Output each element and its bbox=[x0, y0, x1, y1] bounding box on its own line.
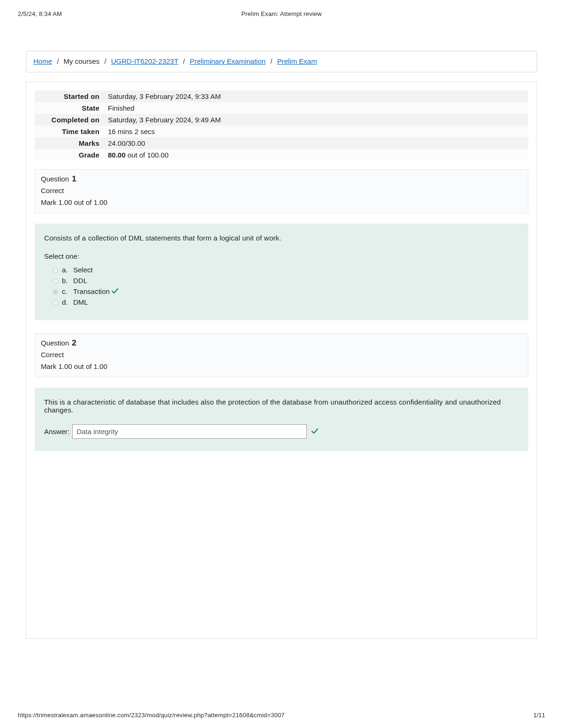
answer-row: Answer: bbox=[44, 424, 519, 439]
breadcrumb-sep: / bbox=[54, 57, 61, 65]
breadcrumb-item[interactable]: Prelim Exam bbox=[277, 57, 317, 65]
option-c-letter: c. bbox=[59, 287, 70, 295]
state-label: State bbox=[35, 102, 104, 114]
breadcrumb-sep: / bbox=[101, 57, 109, 65]
option-b-letter: b. bbox=[59, 277, 70, 285]
question-prompt: Consists of a collection of DML statemen… bbox=[44, 234, 519, 242]
print-url: https://trimestralexam.amaesonline.com/2… bbox=[18, 712, 285, 719]
breadcrumb-my-courses: My courses bbox=[64, 57, 100, 65]
marks-value: 24.00/30.00 bbox=[104, 137, 528, 149]
answer-input[interactable] bbox=[72, 424, 307, 439]
table-row: State Finished bbox=[35, 102, 528, 114]
question-word: Question bbox=[41, 339, 69, 347]
question-2-body: This is a characteristic of database tha… bbox=[35, 388, 528, 451]
state-value: Finished bbox=[104, 102, 528, 114]
option-c: c. Transaction bbox=[44, 286, 519, 297]
started-on-label: Started on bbox=[35, 90, 104, 102]
time-taken-value: 16 mins 2 secs bbox=[104, 126, 528, 137]
question-mark: Mark 1.00 out of 1.00 bbox=[41, 198, 522, 206]
option-b-text: DDL bbox=[70, 277, 87, 285]
option-b-radio[interactable] bbox=[53, 278, 58, 284]
question-word: Question bbox=[41, 175, 69, 183]
check-icon bbox=[312, 428, 318, 435]
question-state: Correct bbox=[41, 351, 522, 359]
question-1-info: Question 1 Correct Mark 1.00 out of 1.00 bbox=[35, 169, 528, 213]
grade-value: 80.00 out of 100.00 bbox=[104, 149, 528, 161]
table-row: Marks 24.00/30.00 bbox=[35, 137, 528, 149]
option-d-letter: d. bbox=[59, 298, 70, 306]
print-footer: https://trimestralexam.amaesonline.com/2… bbox=[18, 712, 545, 719]
started-on-value: Saturday, 3 February 2024, 9:33 AM bbox=[104, 90, 528, 102]
table-row: Completed on Saturday, 3 February 2024, … bbox=[35, 114, 528, 126]
completed-on-value: Saturday, 3 February 2024, 9:49 AM bbox=[104, 114, 528, 126]
option-d: d. DML bbox=[44, 297, 519, 308]
select-one-label: Select one: bbox=[44, 252, 519, 260]
table-row: Grade 80.00 out of 100.00 bbox=[35, 149, 528, 161]
option-b: b. DDL bbox=[44, 276, 519, 286]
attempt-summary: Started on Saturday, 3 February 2024, 9:… bbox=[35, 90, 528, 161]
breadcrumb-home[interactable]: Home bbox=[33, 57, 52, 65]
breadcrumb-sep: / bbox=[180, 57, 188, 65]
table-row: Started on Saturday, 3 February 2024, 9:… bbox=[35, 90, 528, 102]
print-page: 1/11 bbox=[533, 712, 545, 719]
page: 2/5/24, 8:34 AM Prelim Exam: Attempt rev… bbox=[0, 0, 563, 728]
question-number: 1 bbox=[72, 174, 76, 183]
option-a-letter: a. bbox=[59, 266, 70, 274]
question-mark: Mark 1.00 out of 1.00 bbox=[41, 362, 522, 370]
option-d-radio[interactable] bbox=[53, 300, 58, 306]
question-1-body: Consists of a collection of DML statemen… bbox=[35, 224, 528, 320]
question-state: Correct bbox=[41, 187, 522, 195]
grade-label: Grade bbox=[35, 149, 104, 161]
print-title: Prelim Exam: Attempt review bbox=[0, 10, 563, 17]
question-label: Question 1 bbox=[41, 174, 522, 184]
breadcrumb: Home / My courses / UGRD-IT6202-2323T / … bbox=[27, 52, 536, 72]
grade-bold: 80.00 bbox=[108, 151, 126, 159]
time-taken-label: Time taken bbox=[35, 126, 104, 137]
table-row: Time taken 16 mins 2 secs bbox=[35, 126, 528, 137]
question-number: 2 bbox=[72, 338, 76, 347]
check-icon bbox=[112, 287, 118, 295]
breadcrumb-sep: / bbox=[267, 57, 275, 65]
option-c-text: Transaction bbox=[70, 287, 110, 295]
print-header: 2/5/24, 8:34 AM Prelim Exam: Attempt rev… bbox=[0, 10, 563, 17]
question-2-info: Question 2 Correct Mark 1.00 out of 1.00 bbox=[35, 333, 528, 377]
marks-label: Marks bbox=[35, 137, 104, 149]
option-c-radio[interactable] bbox=[53, 289, 58, 295]
breadcrumb-course[interactable]: UGRD-IT6202-2323T bbox=[111, 57, 178, 65]
question-label: Question 2 bbox=[41, 338, 522, 348]
breadcrumb-card: Home / My courses / UGRD-IT6202-2323T / … bbox=[26, 51, 537, 73]
breadcrumb-section[interactable]: Preliminary Examination bbox=[190, 57, 266, 65]
answer-label: Answer: bbox=[44, 428, 69, 435]
completed-on-label: Completed on bbox=[35, 114, 104, 126]
grade-suffix: out of 100.00 bbox=[126, 151, 169, 159]
option-a-radio[interactable] bbox=[53, 268, 58, 273]
main-card: Started on Saturday, 3 February 2024, 9:… bbox=[26, 82, 537, 639]
option-a: a. Select bbox=[44, 265, 519, 276]
option-a-text: Select bbox=[70, 266, 93, 274]
option-d-text: DML bbox=[70, 298, 88, 306]
question-prompt: This is a characteristic of database tha… bbox=[44, 398, 519, 414]
